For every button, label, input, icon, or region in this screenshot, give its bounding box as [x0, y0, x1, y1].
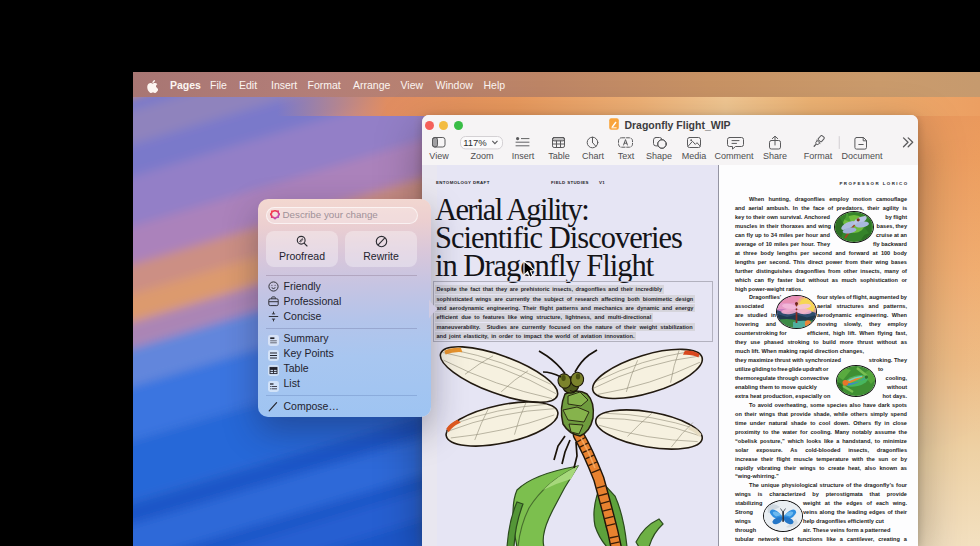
- svg-text:117%: 117%: [463, 137, 487, 148]
